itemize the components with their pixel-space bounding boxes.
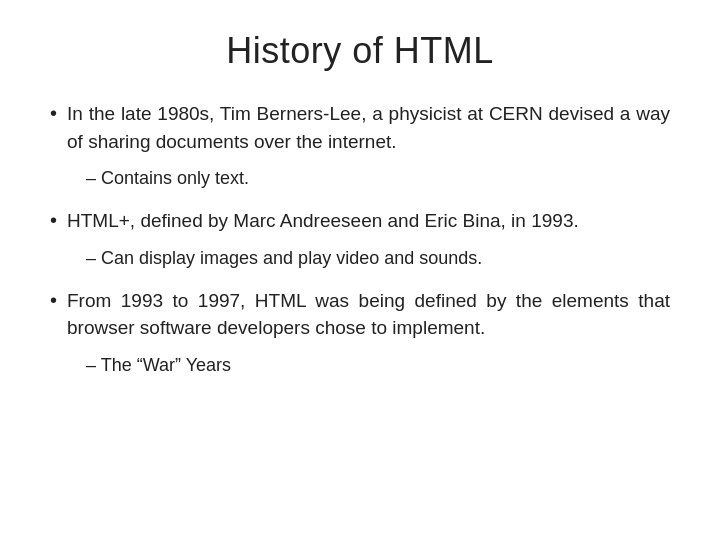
bullet-icon: •: [50, 102, 57, 125]
sub-text-2: – Can display images and play video and …: [86, 245, 482, 271]
bullet-text-3: From 1993 to 1997, HTML was being define…: [67, 287, 670, 342]
bullet-icon: •: [50, 209, 57, 232]
page-title: History of HTML: [226, 30, 494, 72]
sub-bullet-2: – Can display images and play video and …: [86, 245, 670, 271]
bullet-group-2: • HTML+, defined by Marc Andreeseen and …: [50, 207, 670, 279]
bullet-text-2: HTML+, defined by Marc Andreeseen and Er…: [67, 207, 579, 235]
bullet-text-1: In the late 1980s, Tim Berners-Lee, a ph…: [67, 100, 670, 155]
sub-bullet-1: – Contains only text.: [86, 165, 670, 191]
list-item: • In the late 1980s, Tim Berners-Lee, a …: [50, 100, 670, 155]
list-item: • HTML+, defined by Marc Andreeseen and …: [50, 207, 670, 235]
bullet-group-1: • In the late 1980s, Tim Berners-Lee, a …: [50, 100, 670, 199]
sub-bullet-3: – The “War” Years: [86, 352, 670, 378]
sub-text-3: – The “War” Years: [86, 352, 231, 378]
bullet-group-3: • From 1993 to 1997, HTML was being defi…: [50, 287, 670, 386]
content-area: • In the late 1980s, Tim Berners-Lee, a …: [50, 100, 670, 394]
sub-text-1: – Contains only text.: [86, 165, 249, 191]
bullet-icon: •: [50, 289, 57, 312]
list-item: • From 1993 to 1997, HTML was being defi…: [50, 287, 670, 342]
